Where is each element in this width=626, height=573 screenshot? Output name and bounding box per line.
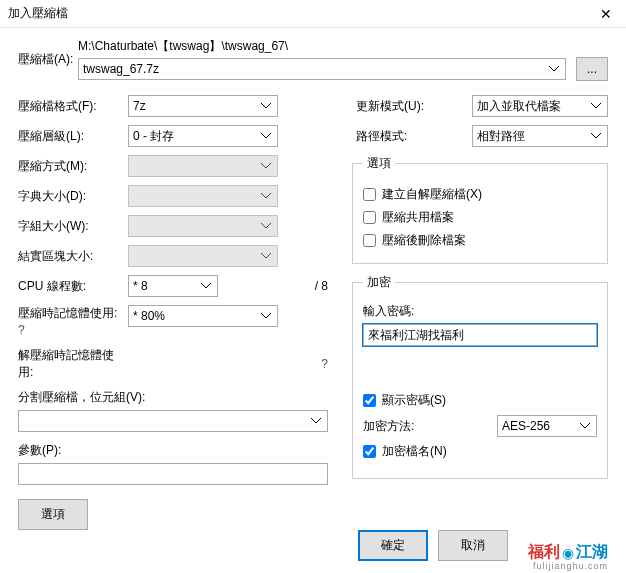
password-input[interactable] — [363, 324, 597, 346]
memdecomp-label: 解壓縮時記憶體使用: — [18, 347, 128, 381]
archive-label: 壓縮檔(A): — [18, 51, 78, 68]
window-title: 加入壓縮檔 — [8, 5, 68, 22]
solid-select — [128, 245, 278, 267]
archive-path: M:\Chaturbate\【twswag】\twswag_67\ — [78, 38, 608, 55]
threads-select[interactable]: * 8 — [128, 275, 218, 297]
encmethod-select[interactable]: AES-256 — [497, 415, 597, 437]
memcomp-select[interactable]: * 80% — [128, 305, 278, 327]
format-select[interactable]: 7z — [128, 95, 278, 117]
ok-button[interactable]: 確定 — [358, 530, 428, 561]
showpw-label: 顯示密碼(S) — [382, 392, 446, 409]
watermark-sub: fulijianghu.com — [533, 561, 608, 571]
word-label: 字組大小(W): — [18, 218, 128, 235]
pathmode-select[interactable]: 相對路徑 — [472, 125, 608, 147]
dict-select — [128, 185, 278, 207]
word-select — [128, 215, 278, 237]
encmethod-label: 加密方法: — [363, 418, 497, 435]
sfx-label: 建立自解壓縮檔(X) — [382, 186, 482, 203]
memcomp-hint: ? — [18, 323, 25, 337]
split-label: 分割壓縮檔，位元組(V): — [18, 389, 328, 406]
shared-checkbox[interactable] — [363, 211, 376, 224]
watermark: 福利 ◉ 江湖 — [528, 542, 608, 563]
encnames-checkbox[interactable] — [363, 445, 376, 458]
encryption-legend: 加密 — [363, 274, 395, 291]
solid-label: 結實區塊大小: — [18, 248, 128, 265]
sfx-checkbox[interactable] — [363, 188, 376, 201]
params-label: 參數(P): — [18, 442, 328, 459]
password-label: 輸入密碼: — [363, 303, 597, 320]
delafter-checkbox[interactable] — [363, 234, 376, 247]
level-select[interactable]: 0 - 封存 — [128, 125, 278, 147]
options-legend: 選項 — [363, 155, 395, 172]
close-icon[interactable]: ✕ — [594, 6, 618, 22]
dict-label: 字典大小(D): — [18, 188, 128, 205]
encryption-fieldset: 加密 輸入密碼: 顯示密碼(S) 加密方法: AES-256 加密檔名(N) — [352, 274, 608, 479]
archive-filename-select[interactable]: twswag_67.7z — [78, 58, 566, 80]
delafter-label: 壓縮後刪除檔案 — [382, 232, 466, 249]
level-label: 壓縮層級(L): — [18, 128, 128, 145]
cancel-button[interactable]: 取消 — [438, 530, 508, 561]
memcomp-label: 壓縮時記憶體使用: — [18, 306, 117, 320]
params-input[interactable] — [18, 463, 328, 485]
update-select[interactable]: 加入並取代檔案 — [472, 95, 608, 117]
showpw-checkbox[interactable] — [363, 394, 376, 407]
format-label: 壓縮檔格式(F): — [18, 98, 128, 115]
update-label: 更新模式(U): — [352, 98, 472, 115]
encnames-label: 加密檔名(N) — [382, 443, 447, 460]
memdecomp-hint: ? — [321, 357, 328, 371]
method-select — [128, 155, 278, 177]
options-fieldset: 選項 建立自解壓縮檔(X) 壓縮共用檔案 壓縮後刪除檔案 — [352, 155, 608, 264]
shared-label: 壓縮共用檔案 — [382, 209, 454, 226]
options-button[interactable]: 選項 — [18, 499, 88, 530]
threads-label: CPU 線程數: — [18, 278, 128, 295]
split-select[interactable] — [18, 410, 328, 432]
method-label: 壓縮方式(M): — [18, 158, 128, 175]
threads-total: / 8 — [315, 279, 328, 293]
browse-button[interactable]: ... — [576, 57, 608, 81]
pathmode-label: 路徑模式: — [352, 128, 472, 145]
